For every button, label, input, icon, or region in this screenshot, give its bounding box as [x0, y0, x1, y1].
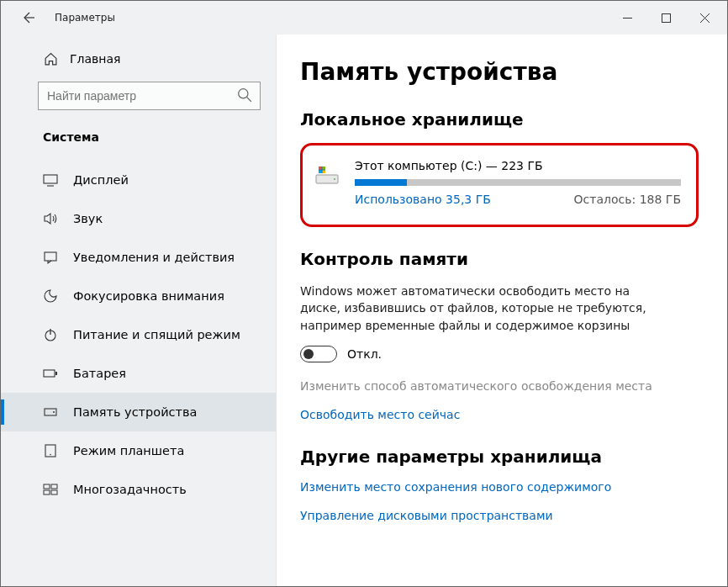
svg-point-10 — [50, 454, 51, 456]
tablet-icon — [43, 443, 58, 458]
search-icon — [237, 87, 252, 103]
other-storage-heading: Другие параметры хранилища — [300, 447, 699, 467]
drive-used-label: Использовано 35,3 ГБ — [355, 193, 491, 206]
nav-label: Питание и спящий режим — [73, 328, 240, 341]
storage-icon — [43, 405, 58, 420]
window-title: Параметры — [55, 12, 115, 24]
svg-rect-18 — [323, 167, 326, 170]
main-panel: Память устройства Локальное хранилище — [277, 34, 727, 586]
focus-icon — [43, 288, 58, 304]
change-auto-free-link: Изменить способ автоматического освобожд… — [300, 379, 699, 393]
svg-rect-2 — [44, 175, 57, 183]
nav-multitask[interactable]: Многозадачность — [1, 470, 276, 509]
settings-window: Параметры Главная Си — [1, 1, 727, 586]
titlebar: Параметры — [1, 1, 727, 34]
minimize-icon — [623, 13, 632, 23]
nav-label: Дисплей — [73, 173, 129, 187]
svg-point-21 — [334, 178, 335, 180]
multitask-icon — [43, 482, 58, 497]
battery-icon — [43, 366, 58, 381]
nav-label: Батарея — [73, 367, 126, 380]
svg-point-8 — [53, 411, 55, 413]
nav-sound[interactable]: Звук — [1, 199, 276, 238]
section-label: Система — [1, 122, 276, 161]
nav-focus[interactable]: Фокусировка внимания — [1, 277, 276, 315]
local-storage-heading: Локальное хранилище — [300, 109, 699, 130]
drive-remaining-label: Осталось: 188 ГБ — [574, 193, 681, 206]
nav-label: Многозадачность — [73, 483, 187, 496]
svg-rect-0 — [662, 13, 670, 22]
nav-label: Звук — [73, 212, 103, 225]
storage-sense-description: Windows может автоматически освободить м… — [300, 283, 653, 334]
close-button[interactable] — [685, 4, 724, 31]
sidebar: Главная Система Дисплей — [1, 34, 277, 586]
nav-label: Уведомления и действия — [73, 251, 235, 264]
drive-card[interactable]: Этот компьютер (C:) — 223 ГБ Использован… — [300, 143, 699, 227]
drive-usage-fill — [355, 179, 407, 186]
storage-sense-heading: Контроль памяти — [300, 249, 699, 269]
svg-rect-14 — [51, 490, 57, 494]
svg-rect-19 — [319, 171, 322, 174]
toggle-label: Откл. — [347, 347, 382, 361]
storage-sense-toggle[interactable] — [300, 346, 337, 362]
maximize-button[interactable] — [646, 4, 685, 31]
drive-meta: Использовано 35,3 ГБ Осталось: 188 ГБ — [355, 193, 681, 206]
svg-rect-12 — [51, 484, 57, 489]
sound-icon — [43, 211, 58, 226]
svg-rect-3 — [45, 252, 56, 261]
storage-sense-toggle-row: Откл. — [300, 346, 699, 362]
svg-rect-17 — [319, 167, 322, 170]
nav-list: Дисплей Звук Уведомления и действия — [1, 161, 276, 509]
home-label: Главная — [70, 52, 120, 66]
nav-label: Память устройства — [73, 405, 197, 419]
svg-rect-11 — [44, 484, 50, 489]
drive-body: Этот компьютер (C:) — 223 ГБ Использован… — [355, 159, 681, 206]
manage-storage-spaces-link[interactable]: Управление дисковыми пространствами — [300, 509, 699, 522]
page-title: Память устройства — [300, 58, 699, 86]
drive-title: Этот компьютер (C:) — 223 ГБ — [355, 159, 681, 172]
nav-display[interactable]: Дисплей — [1, 161, 276, 199]
nav-tablet[interactable]: Режим планшета — [1, 431, 276, 470]
arrow-left-icon — [21, 11, 34, 24]
close-icon — [700, 13, 710, 23]
nav-power[interactable]: Питание и спящий режим — [1, 315, 276, 354]
nav-storage[interactable]: Память устройства — [1, 393, 276, 431]
free-space-now-link[interactable]: Освободить место сейчас — [300, 408, 699, 421]
power-icon — [43, 327, 58, 342]
home-nav[interactable]: Главная — [1, 43, 276, 75]
notifications-icon — [43, 250, 58, 265]
svg-rect-6 — [55, 372, 57, 375]
nav-label: Фокусировка внимания — [73, 289, 224, 303]
drive-icon — [313, 161, 341, 189]
nav-battery[interactable]: Батарея — [1, 354, 276, 393]
minimize-button[interactable] — [608, 4, 646, 31]
maximize-icon — [662, 13, 671, 23]
home-icon — [43, 51, 58, 66]
display-icon — [43, 172, 58, 188]
nav-label: Режим планшета — [73, 444, 184, 457]
svg-point-1 — [239, 89, 248, 98]
content-area: Главная Система Дисплей — [1, 34, 727, 586]
back-button[interactable] — [16, 6, 40, 29]
svg-rect-5 — [44, 370, 55, 377]
toggle-knob — [303, 349, 314, 359]
search-wrap — [38, 82, 261, 110]
svg-rect-20 — [323, 171, 326, 174]
search-input[interactable] — [38, 82, 261, 110]
svg-rect-13 — [44, 490, 50, 494]
nav-notifications[interactable]: Уведомления и действия — [1, 238, 276, 277]
drive-usage-bar — [355, 179, 681, 186]
change-save-location-link[interactable]: Изменить место сохранения нового содержи… — [300, 480, 699, 494]
